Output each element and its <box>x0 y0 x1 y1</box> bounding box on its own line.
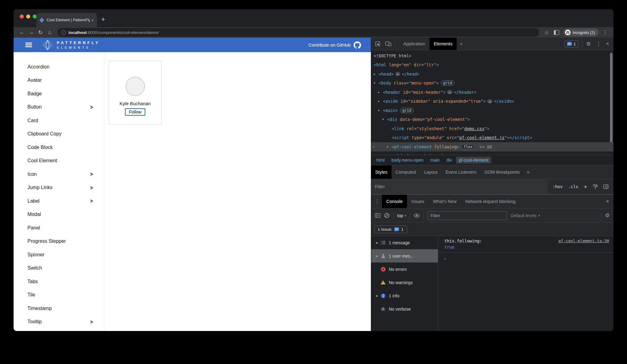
console-sidebar-item-1-info[interactable]: ▶1 info <box>371 289 438 302</box>
settings-gear-icon[interactable]: ⚙ <box>586 41 591 47</box>
tree-expand-arrow-icon[interactable]: ▶ <box>391 154 396 155</box>
contribute-link[interactable]: Contribute on GitHub <box>309 41 361 49</box>
tree-expand-arrow-icon[interactable]: ▶ <box>374 72 379 76</box>
forward-button[interactable]: → <box>27 29 35 35</box>
tab-dom-breakpoints[interactable]: DOM Breakpoints <box>480 165 524 179</box>
site-info-icon[interactable]: i <box>61 30 66 35</box>
tab-issues[interactable]: Issues <box>407 195 429 208</box>
incognito-badge[interactable]: Incognito (2) <box>563 28 599 36</box>
tab-computed[interactable]: Computed <box>392 165 420 179</box>
dom-tree-line[interactable]: ▼<body class="menu-open">grid <box>371 79 613 88</box>
dom-tree-line[interactable]: ▼<div data-demo="pf-cool-element"> <box>371 115 613 124</box>
tab-console[interactable]: Console <box>382 195 407 208</box>
tree-expand-arrow-icon[interactable]: ▼ <box>378 109 383 112</box>
back-button[interactable]: ← <box>18 29 26 35</box>
tree-expand-arrow-icon[interactable]: ▶ <box>374 241 380 244</box>
dom-tree-line[interactable]: ▶<aside id="sidebar" aria-expanded="true… <box>371 97 613 106</box>
tab-event-listeners[interactable]: Event Listeners <box>442 165 480 179</box>
sidebar-item-label[interactable]: Label> <box>14 194 104 208</box>
drawer-close-icon[interactable]: × <box>606 198 609 205</box>
console-sidebar-item-1-user-mes[interactable]: ▶1 user mes... <box>371 249 438 263</box>
console-message-row[interactable]: this.following: pf-cool-element.ts:30 tr… <box>438 236 613 253</box>
tree-expand-arrow-icon[interactable]: ▼ <box>382 118 387 121</box>
browser-menu-icon[interactable]: ⋮ <box>601 29 609 36</box>
breadcrumb-item-body-menu-open[interactable]: body.menu-open <box>388 157 426 163</box>
breadcrumb-item-main[interactable]: main <box>428 157 442 163</box>
dom-tree-line[interactable]: ▶#shadow-root (open) <box>371 151 613 155</box>
tree-token[interactable]: demo.css <box>464 126 484 131</box>
more-tabs-icon[interactable]: » <box>524 169 533 175</box>
breadcrumb-item-pf-cool-element[interactable]: pf-cool-element <box>456 157 492 163</box>
layout-badge[interactable]: grid <box>441 80 455 86</box>
breadcrumb-item-html[interactable]: html <box>374 157 387 163</box>
ellipsis-expander-icon[interactable]: … <box>395 72 401 76</box>
tab-close-icon[interactable]: × <box>91 18 94 23</box>
sidebar-item-avatar[interactable]: Avatar <box>14 74 104 87</box>
inspect-icon[interactable] <box>375 41 380 47</box>
hov-toggle[interactable]: :hov <box>553 184 563 189</box>
ellipsis-expander-icon[interactable]: … <box>487 99 492 103</box>
styles-filter-input[interactable] <box>371 179 548 194</box>
issues-badge[interactable]: 1 <box>564 40 579 48</box>
close-window-icon[interactable] <box>20 14 24 19</box>
sidebar-item-switch[interactable]: Switch <box>14 262 104 275</box>
breadcrumb-item-div[interactable]: div <box>444 157 455 163</box>
tab-styles[interactable]: Styles <box>371 165 392 179</box>
tab-layout[interactable]: Layout <box>420 165 442 179</box>
sidebar-item-modal[interactable]: Modal <box>14 208 104 221</box>
layout-badge[interactable]: grid <box>400 108 414 113</box>
sidebar-item-accordion[interactable]: Accordion <box>14 60 104 74</box>
sidebar-item-cool-element[interactable]: Cool Element <box>14 154 104 168</box>
paint-roller-icon[interactable] <box>593 184 598 189</box>
console-sidebar-item-no-errors[interactable]: No errors <box>371 263 438 276</box>
device-toolbar-icon[interactable] <box>385 41 391 46</box>
tab-network-request-blocking[interactable]: Network request blocking <box>461 195 520 208</box>
console-sidebar-item-no-verbose[interactable]: No verbose <box>371 302 438 316</box>
sidebar-item-tile[interactable]: Tile <box>14 288 104 302</box>
more-panels-icon[interactable]: » <box>457 41 466 47</box>
tree-expand-arrow-icon[interactable]: ▶ <box>378 91 383 94</box>
sidebar-item-badge[interactable]: Badge <box>14 87 104 101</box>
dom-tree-line[interactable]: ▼<main>grid <box>371 106 613 115</box>
tree-expand-arrow-icon[interactable]: ▼ <box>387 145 392 148</box>
tree-expand-arrow-icon[interactable]: ▶ <box>374 294 380 297</box>
console-filter-input[interactable] <box>427 211 507 220</box>
console-sidebar-toggle-icon[interactable] <box>375 213 380 218</box>
sidebar-item-jump-links[interactable]: Jump Links> <box>14 181 104 195</box>
sidebar-item-icon[interactable]: Icon> <box>14 168 104 181</box>
sidebar-item-panel[interactable]: Panel <box>14 221 104 235</box>
console-prompt-icon[interactable]: › <box>438 253 613 262</box>
tree-expand-arrow-icon[interactable]: ▼ <box>374 81 379 85</box>
dom-tree-line[interactable]: <!DOCTYPE html> <box>371 51 613 60</box>
tab-application[interactable]: Application <box>399 38 430 50</box>
cls-toggle[interactable]: .cls <box>568 184 578 189</box>
home-button[interactable]: ⌂ <box>46 29 54 35</box>
tree-expand-arrow-icon[interactable]: ▶ <box>374 254 380 258</box>
ellipsis-expander-icon[interactable]: … <box>447 90 452 94</box>
side-panel-icon[interactable] <box>554 30 559 35</box>
console-sidebar-item-1-message[interactable]: ▶1 message <box>371 236 438 249</box>
context-selector[interactable]: top ▾ <box>397 213 406 218</box>
sidebar-toggle-icon[interactable] <box>603 184 608 189</box>
sidebar-item-spinner[interactable]: Spinner <box>14 248 104 262</box>
minimize-window-icon[interactable] <box>26 14 30 19</box>
sidebar-item-button[interactable]: Button> <box>14 101 104 114</box>
dom-tree-line[interactable]: <script type="module" src="pf-cool-eleme… <box>371 133 613 143</box>
drawer-menu-icon[interactable]: ⋮ <box>374 198 380 205</box>
reload-button[interactable]: ↻ <box>36 29 44 36</box>
hamburger-menu-button[interactable] <box>25 43 32 47</box>
address-bar[interactable]: i localhost:8000/components/cool-element… <box>57 28 539 37</box>
console-settings-gear-icon[interactable]: ⚙ <box>605 212 610 219</box>
new-tab-button[interactable]: + <box>101 16 105 23</box>
tab-what-s-new[interactable]: What's New <box>429 195 461 208</box>
live-expression-eye-icon[interactable] <box>414 213 420 217</box>
clear-console-icon[interactable] <box>384 213 389 218</box>
sidebar-item-tabs[interactable]: Tabs <box>14 275 104 288</box>
new-style-rule-icon[interactable]: + <box>584 184 587 190</box>
overflow-dots-icon[interactable]: ⋯ <box>372 145 374 149</box>
issues-bar-button[interactable]: 1 Issue: 1 <box>374 225 407 233</box>
follow-button[interactable]: Follow <box>125 108 145 116</box>
browser-tab[interactable]: Cool Element | PatternFly Elements × <box>36 13 97 27</box>
tab-elements[interactable]: Elements <box>430 38 457 50</box>
devtools-close-icon[interactable]: × <box>606 41 609 47</box>
